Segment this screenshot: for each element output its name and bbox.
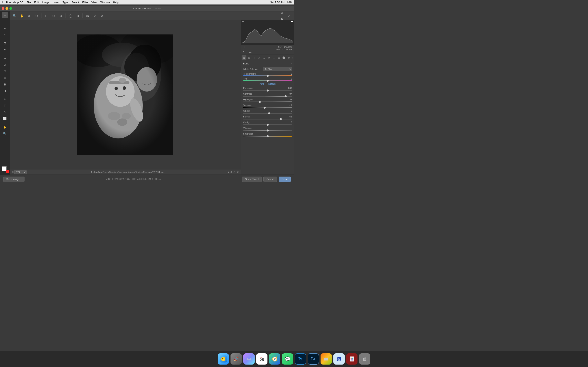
basic-section-header[interactable]: Basic ≡ — [241, 61, 294, 66]
cr-eyedropper[interactable]: ⊙ — [34, 13, 40, 19]
info-btn3[interactable]: ⊘ — [233, 170, 236, 174]
tool-brush[interactable]: ⌀ — [2, 55, 8, 61]
menu-filter[interactable]: Filter — [82, 1, 88, 4]
tab-split-tone[interactable]: fx — [267, 55, 271, 60]
tool-crop[interactable]: ⊡ — [2, 40, 8, 46]
saturation-thumb[interactable] — [267, 135, 269, 137]
tool-gradient[interactable]: ▤ — [2, 75, 8, 81]
cr-wb-tool[interactable]: ◈ — [26, 13, 32, 19]
clarity-thumb[interactable] — [267, 124, 269, 126]
vibrance-thumb[interactable] — [267, 129, 269, 132]
tool-dodge[interactable]: ◑ — [2, 88, 8, 94]
tool-text[interactable]: T — [2, 103, 8, 109]
tab-lens[interactable]: ◫ — [272, 55, 276, 60]
tab-detail[interactable]: △ — [257, 55, 261, 60]
cr-zoom-tool[interactable]: 🔍 — [11, 13, 17, 19]
done-button[interactable]: Done — [279, 176, 291, 182]
cr-crop-tool[interactable]: ⊡ — [43, 13, 49, 19]
cr-sep-3 — [82, 13, 83, 18]
maximize-button[interactable] — [9, 7, 12, 10]
tab-effects[interactable]: ⬤ — [282, 55, 286, 60]
auto-button[interactable]: Auto — [260, 83, 264, 85]
cr-hand-tool[interactable]: ✋ — [19, 13, 25, 19]
exposure-label: Exposure — [243, 87, 252, 89]
menu-select[interactable]: Select — [72, 1, 79, 4]
blacks-thumb[interactable] — [280, 118, 282, 120]
panel-menu-btn[interactable]: ≡ — [292, 56, 293, 59]
image-area: ⊡ 25% 50% 100% JoshuaTreeFamilySession-R… — [10, 20, 241, 175]
tab-histogram[interactable]: ▨ — [242, 55, 246, 60]
cr-transform[interactable]: ⊕ — [58, 13, 64, 19]
background-color[interactable] — [6, 170, 9, 173]
saturation-slider-row: Saturation — [241, 132, 294, 138]
whites-thumb[interactable] — [268, 112, 270, 114]
tool-stamp[interactable]: ⊕ — [2, 62, 8, 68]
highlights-thumb[interactable] — [259, 101, 261, 103]
tool-hand[interactable]: ✋ — [2, 124, 8, 130]
menu-window[interactable]: Window — [100, 1, 110, 4]
menu-help[interactable]: Help — [113, 1, 119, 4]
menu-layer[interactable]: Layer — [53, 1, 60, 4]
exposure-value: 0.00 — [286, 87, 292, 89]
cr-rotate-ccw[interactable]: ↺ — [279, 11, 285, 16]
info-btn[interactable]: Y — [228, 170, 229, 174]
tab-basic[interactable]: ⊞ — [247, 55, 251, 60]
blacks-track — [243, 119, 292, 119]
highlights-track — [243, 101, 292, 102]
temperature-thumb[interactable] — [267, 75, 269, 77]
tool-eyedropper[interactable]: ✒ — [2, 47, 8, 53]
menu-view[interactable]: View — [91, 1, 97, 4]
exposure-thumb[interactable] — [267, 90, 269, 92]
tool-lasso[interactable]: ⌐ — [2, 25, 8, 31]
tool-pen[interactable]: ✑ — [2, 96, 8, 102]
menu-edit[interactable]: Edit — [34, 1, 39, 4]
b-label: B: — [243, 51, 245, 53]
basic-toggle[interactable]: ≡ — [291, 63, 292, 65]
cr-straighten[interactable]: ⊘ — [51, 13, 57, 19]
shadows-thumb[interactable] — [264, 107, 266, 109]
color-swatches — [2, 166, 8, 174]
info-btn2[interactable]: ⊕ — [230, 170, 233, 174]
tool-eraser[interactable]: ◻ — [2, 68, 8, 74]
menu-photoshop[interactable]: Photoshop CC — [6, 1, 24, 4]
tool-shape[interactable]: ⬜ — [2, 116, 8, 122]
cancel-button[interactable]: Cancel — [263, 176, 277, 182]
tool-magic-wand[interactable]: ✦ — [2, 32, 8, 38]
tool-move[interactable]: ✛ — [2, 12, 8, 18]
cr-graduated-filter[interactable]: ▭ — [84, 13, 90, 19]
default-button[interactable]: Default — [268, 83, 276, 85]
cr-radial-filter[interactable]: ◎ — [92, 13, 98, 19]
minimize-button[interactable] — [6, 7, 8, 10]
cr-adjustment-brush[interactable]: ⌀ — [99, 13, 105, 19]
histogram-svg — [242, 21, 293, 44]
tool-path-select[interactable]: ↖ — [2, 109, 8, 115]
tab-camera-calib[interactable]: ◈ — [287, 55, 291, 60]
settings-btn[interactable]: ⚙ — [236, 170, 239, 174]
tab-tone-curve[interactable]: ⌇ — [252, 55, 256, 60]
cr-redeye[interactable]: ⊛ — [75, 13, 81, 19]
tab-transform[interactable]: ⊟ — [277, 55, 281, 60]
image-canvas[interactable] — [10, 20, 241, 169]
tool-blur[interactable]: ◉ — [2, 81, 8, 87]
save-image-button[interactable]: Save Image... — [3, 176, 25, 182]
tool-zoom[interactable]: 🔍 — [2, 131, 8, 137]
menu-file[interactable]: File — [26, 1, 31, 4]
menu-type[interactable]: Type — [62, 1, 68, 4]
tab-hsl[interactable]: ⬡ — [262, 55, 266, 60]
apple-menu[interactable]:  — [2, 0, 3, 4]
contrast-thumb[interactable] — [285, 95, 287, 97]
cr-spot-removal[interactable]: ◯ — [67, 13, 73, 19]
menu-image[interactable]: Image — [42, 1, 49, 4]
close-button[interactable] — [2, 7, 4, 10]
zoom-select[interactable]: 25% 50% 100% — [14, 170, 26, 174]
adjustments-panel[interactable]: Basic ≡ White Balance: As Shot Auto Dayl… — [241, 61, 294, 175]
zoom-box-icon: ⊡ — [12, 171, 13, 173]
cr-sep-1 — [41, 13, 42, 18]
right-panel: R: G: B: --- --- --- f/1.4 1/1250 s — [241, 20, 294, 175]
vibrance-slider-row: Vibrance — [241, 126, 294, 132]
wb-select[interactable]: As Shot Auto Daylight Cloudy Shade Tungs… — [263, 67, 292, 71]
open-object-button[interactable]: Open Object — [242, 176, 262, 182]
cr-fullscreen[interactable]: ⤢ — [286, 13, 292, 19]
tool-select[interactable]: ⬚ — [2, 19, 8, 25]
tint-thumb[interactable] — [267, 80, 269, 82]
